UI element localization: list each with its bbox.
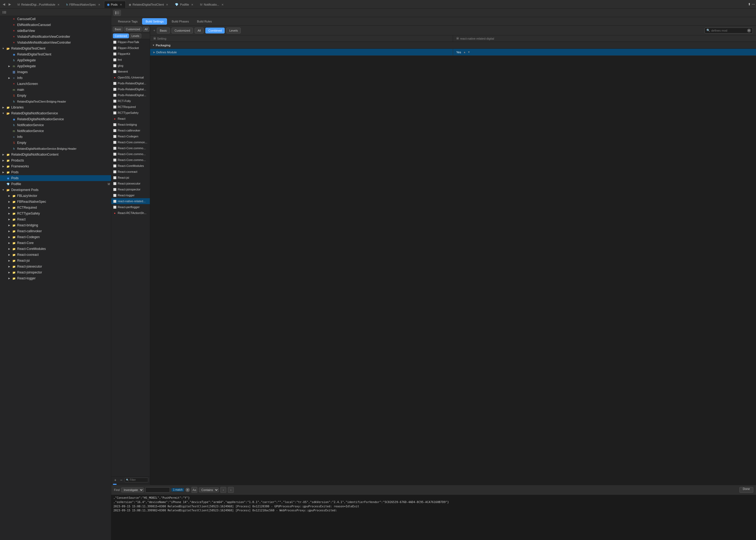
tab-podfile-close[interactable]: ✕ [190,3,194,6]
filter-basic-btn[interactable]: Basic [157,28,170,34]
tab-push-module[interactable]: M RelatedDigi...PushModule ✕ [15,1,63,8]
sidebar-item-rdn-content[interactable]: 📁 RelatedDigitalNotificationContent [0,152,111,158]
pod-item-react-core-common4[interactable]: ⬜ React-Core.commo... [111,157,150,163]
sidebar-item-info2[interactable]: ≡ Info [0,134,111,140]
pod-item-react-jsi[interactable]: ⬜ React-jsi [111,175,150,181]
sidebar-item-libraries[interactable]: 📁 Libraries [0,104,111,110]
sidebar-item-react-logger[interactable]: 📁 React-logger [0,275,111,281]
pod-item-flipperkit[interactable]: ⬜ FlipperKit [111,51,150,57]
sidebar-item-dev-pods[interactable]: 📂 Development Pods [0,187,111,193]
tab-push-module-close[interactable]: ✕ [57,3,60,6]
pod-item-react-rctactionsh[interactable]: ● React-RCTActionSh... [111,210,150,216]
nav-back-btn[interactable]: ◀ [1,2,6,7]
stepper-up-btn[interactable]: ▲ [463,50,467,54]
filter-combined-btn[interactable]: Combined [205,28,225,34]
sidebar-item-visilabs-mini[interactable]: ✕ VisilabsMiniNotificationViewController [0,40,111,46]
sidebar-item-pods-folder[interactable]: 📁 Pods [0,169,111,175]
sidebar-item-empty2[interactable]: S Empty [0,140,111,146]
pod-item-react-codegen[interactable]: ⬜ React-Codegen [111,133,150,139]
sidebar-item-rdn-service[interactable]: 📂 RelatedDigitalNotificationService [0,110,111,116]
table-row-defines-module[interactable]: ▶ Defines Module Yes ▲ ▼ [150,49,756,56]
search-input[interactable]: defines mod [711,29,746,32]
sidebar-item-bridging-header1[interactable]: h RelatedDigitalTestClient-Bridging-Head… [0,98,111,104]
sidebar-item-images[interactable]: 🖼 Images [0,69,111,75]
pod-item-libevent[interactable]: ⬜ libevent [111,68,150,74]
filter-btn-basic[interactable]: Basic [113,27,123,32]
tab-fb-react[interactable]: h FBReactNativeSpec ✕ [63,1,104,8]
pod-item-react-core-common3[interactable]: ⬜ React-Core.commo... [111,151,150,157]
sidebar-item-main[interactable]: m main [0,87,111,93]
tab-related-test[interactable]: ◉ RelatedDigitalTestClient ✕ [126,1,172,8]
sidebar-item-react-cxxreact[interactable]: 📁 React-cxxreact [0,252,111,258]
share-btn[interactable]: ⬆ [748,2,751,6]
filter-btn-all[interactable]: All [143,27,149,32]
clear-search-btn[interactable]: ✕ [747,29,751,32]
sidebar-item-react-bridging[interactable]: 📁 React-bridging [0,222,111,228]
tab-notification[interactable]: M Notificatio... ✕ [197,1,227,8]
sidebar-item-bridging-header2[interactable]: h RelatedDigitalNotificationService-Brid… [0,146,111,152]
tab-fb-react-close[interactable]: ✕ [97,3,101,6]
pod-item-pods-rdt3[interactable]: ⬜ Pods-RelatedDigital... [111,92,150,98]
pod-item-react-native-related[interactable]: ⬜ react-native-related... [111,198,150,204]
find-mode-select[interactable]: Investigate [121,487,144,492]
sidebar-item-react-jsiexecutor[interactable]: 📁 React-jsiexecutor [0,264,111,269]
find-modifier-select[interactable]: Contains [199,487,219,492]
pod-item-fmt[interactable]: ⬜ fmt [111,57,150,63]
pod-item-rct-required[interactable]: ⬜ RCTRequired [111,104,150,110]
sidebar-item-sidebar-view[interactable]: ✕ sideBarView [0,28,111,34]
sidebar-item-rct-typesafety[interactable]: 📁 RCTTypeSafety [0,210,111,216]
pod-item-react-perflogger[interactable]: ⬜ React-perflogger [111,204,150,210]
add-pod-btn[interactable]: + [113,478,118,482]
pod-item-react-core-common2[interactable]: ⬜ React-Core.commo... [111,145,150,151]
sidebar-item-react[interactable]: 📁 React [0,216,111,222]
add-setting-btn[interactable]: + [153,29,155,32]
find-done-btn[interactable]: Done [739,487,753,493]
pod-item-glog[interactable]: ⬜ glog [111,63,150,68]
nav-forward-btn[interactable]: ▶ [7,2,12,7]
cell-stepper[interactable]: ▲ ▼ [463,50,471,54]
sidebar-item-frameworks[interactable]: 📁 Frameworks [0,163,111,169]
sidebar-item-react-codegen[interactable]: 📁 React-Codegen [0,234,111,240]
pod-item-rct-folly[interactable]: ⬜ RCT-Folly [111,98,150,104]
sidebar-item-carousel-cell[interactable]: ✕ CarouselCell [0,16,111,22]
pod-item-react-coremodules[interactable]: ⬜ React-CoreModules [111,163,150,169]
tab-related-test-close[interactable]: ✕ [165,3,169,6]
sidebar-item-appdelegate-h[interactable]: h AppDelegate [0,57,111,63]
sidebar-item-react-callinvoker[interactable]: 📁 React-callinvoker [0,228,111,234]
sidebar-item-appdelegate-m[interactable]: m AppDelegate [0,63,111,69]
sidebar-item-react-jsi[interactable]: 📁 React-jsi [0,258,111,264]
sidebar-item-rdn-service-proj[interactable]: ◉ RelatedDigitalNotificationService [0,116,111,122]
pod-item-react-bridging[interactable]: ⬜ React-bridging [111,122,150,127]
find-close-btn[interactable]: ✕ [186,488,190,492]
more-btn[interactable]: ⋯ [752,2,755,6]
filter-customized-btn[interactable]: Customized [172,28,193,34]
sidebar-item-launch-screen[interactable]: ✕ LaunchScreen [0,81,111,87]
pod-item-react-logger[interactable]: ⬜ React-logger [111,192,150,198]
tab-build-phases[interactable]: Build Phases [168,18,192,25]
sidebar-item-react-coremodules[interactable]: 📁 React-CoreModules [0,246,111,252]
tab-pods[interactable]: ◉ Pods ✕ [104,1,126,8]
sidebar-item-em-notification[interactable]: ✕ EMNotificationCarousel [0,22,111,28]
sidebar-toggle-btn[interactable] [113,10,121,16]
pods-filter-input[interactable] [130,478,146,481]
pod-item-react[interactable]: ● React [111,116,150,122]
filter-levels-btn[interactable]: Levels [226,28,241,34]
tab-pods-close[interactable]: ✕ [119,3,123,6]
sidebar-item-fblazy[interactable]: 📁 FBLazyVector [0,193,111,199]
pod-item-react-core-common[interactable]: ⬜ React-Core.common... [111,139,150,145]
sidebar-item-visilabs-full[interactable]: ✕ VisilabsFullNotificationViewController [0,34,111,40]
pod-item-react-jsiexecutor[interactable]: ⬜ React-jsiexecutor [111,181,150,187]
sidebar-item-fbreact[interactable]: 📁 FBReactNativeSpec [0,199,111,204]
pod-item-flipper-peer[interactable]: ⬜ Flipper-PeerTalk [111,39,150,45]
stepper-down-btn[interactable]: ▼ [467,50,471,54]
font-case-btn[interactable]: Aa [191,487,197,493]
sidebar-item-react-core[interactable]: 📁 React-Core [0,240,111,246]
sidebar-item-notif-svc-m[interactable]: m NotificationService [0,128,111,134]
sidebar-item-products[interactable]: 📁 Products [0,158,111,163]
sidebar-item-info1[interactable]: ≡ Info [0,75,111,81]
pod-item-react-jsinspector[interactable]: ⬜ React-jsinspector [111,187,150,192]
find-prev-btn[interactable]: ‹ [220,487,226,493]
filter-btn-combined[interactable]: Combined [113,34,129,38]
find-input[interactable] [147,488,168,491]
remove-pod-btn[interactable]: − [119,478,123,482]
